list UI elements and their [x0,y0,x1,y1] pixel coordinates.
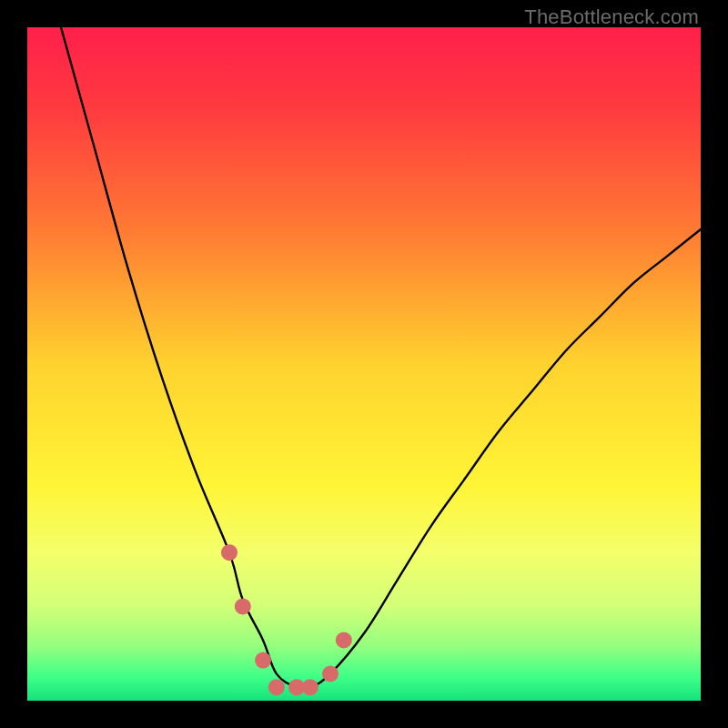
chart-root: TheBottleneck.com [0,0,728,728]
highlight-marker [235,598,251,614]
highlight-marker [221,544,238,561]
highlight-marker [322,665,339,682]
highlight-marker [268,679,285,695]
highlighted-points [221,544,352,695]
highlight-marker [255,652,271,669]
watermark-text: TheBottleneck.com [524,5,699,29]
curve-layer [27,27,701,701]
bottleneck-curve [61,27,701,689]
plot-area [27,27,701,701]
highlight-marker [336,632,352,648]
highlight-marker [302,679,318,695]
